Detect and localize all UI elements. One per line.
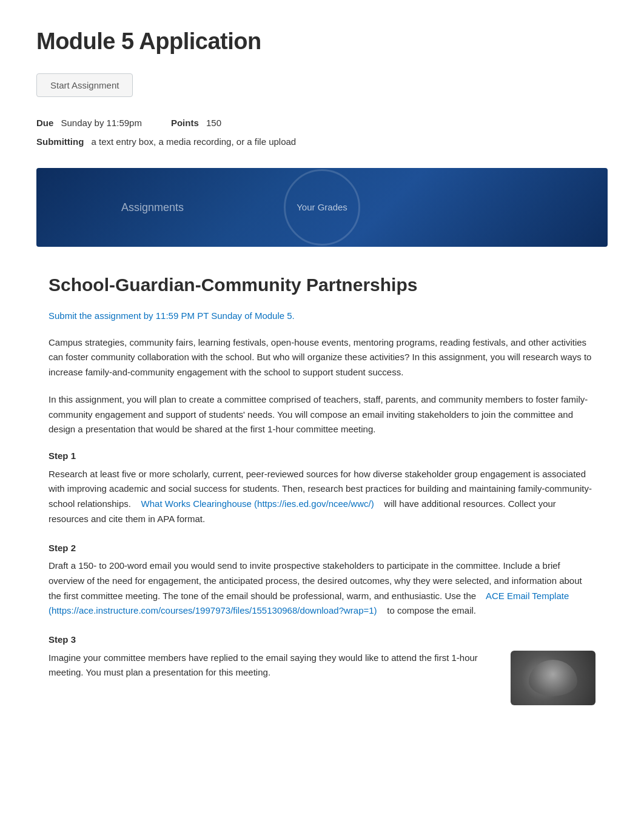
banner-text-left: Assignments bbox=[121, 200, 184, 216]
points-label: Points bbox=[171, 118, 199, 128]
banner-text-center: Your Grades bbox=[297, 201, 347, 215]
step1-spacer bbox=[133, 498, 138, 509]
step2-text-after: to compose the email. bbox=[387, 605, 476, 615]
step3-label: Step 3 bbox=[49, 633, 595, 647]
step1-spacer2 bbox=[377, 498, 381, 509]
step3-row: Imagine your committee members have repl… bbox=[49, 651, 595, 705]
assignment-title: School-Guardian-Community Partnerships bbox=[49, 271, 595, 298]
step2-spacer bbox=[478, 591, 483, 601]
due-value: Sunday by 11:59pm bbox=[61, 118, 142, 128]
intro-paragraph-2: In this assignment, you will plan to cre… bbox=[49, 392, 595, 437]
step3-decorative-image bbox=[511, 651, 595, 705]
submitting-row: Submitting a text entry box, a media rec… bbox=[36, 135, 608, 149]
points-value: 150 bbox=[206, 118, 221, 128]
step2-body: Draft a 150- to 200-word email you would… bbox=[49, 558, 595, 619]
due-label: Due bbox=[36, 118, 53, 128]
step2-label: Step 2 bbox=[49, 542, 595, 555]
content-area: School-Guardian-Community Partnerships S… bbox=[36, 271, 608, 705]
step2-spacer2 bbox=[380, 605, 384, 615]
banner-image: Assignments Your Grades bbox=[36, 168, 608, 247]
step1-body: Research at least five or more scholarly… bbox=[49, 467, 595, 527]
page-title: Module 5 Application bbox=[36, 24, 608, 59]
submitting-label: Submitting bbox=[36, 136, 84, 147]
step3-image-inner bbox=[529, 660, 577, 696]
step3-text: Imagine your committee members have repl… bbox=[49, 651, 496, 681]
meta-due-row: Due Sunday by 11:59pm Points 150 bbox=[36, 116, 608, 130]
step1-label: Step 1 bbox=[49, 449, 595, 463]
wwc-link[interactable]: What Works Clearinghouse (https://ies.ed… bbox=[141, 498, 374, 509]
submitting-value: a text entry box, a media recording, or … bbox=[92, 136, 297, 147]
intro-paragraph-1: Campus strategies, community fairs, lear… bbox=[49, 335, 595, 380]
start-assignment-button[interactable]: Start Assignment bbox=[36, 73, 133, 97]
deadline-link[interactable]: Submit the assignment by 11:59 PM PT Sun… bbox=[49, 310, 295, 321]
